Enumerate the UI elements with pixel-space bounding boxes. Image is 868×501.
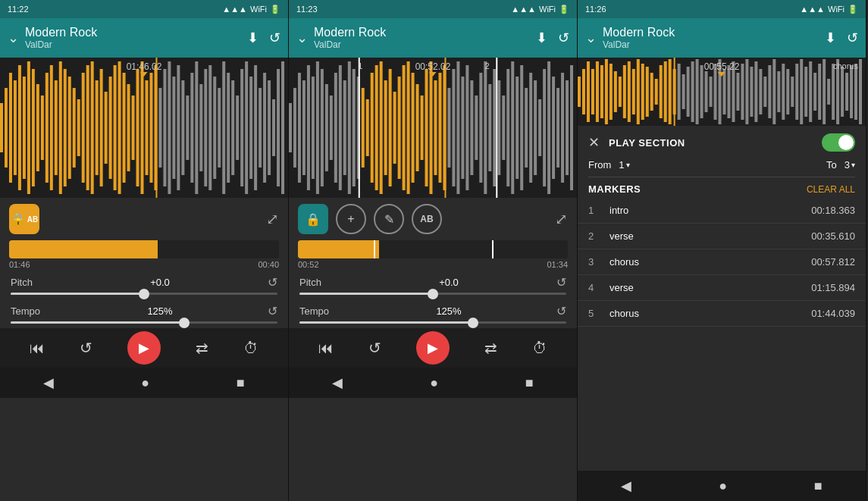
download-icon-3[interactable]: ⬇ <box>825 30 836 46</box>
mini-time-left-2: 00:52 <box>298 260 319 269</box>
lock-ab-button-1[interactable]: 🔒 AB <box>9 204 39 234</box>
mini-time-row-2: 00:52 01:34 <box>289 258 577 271</box>
svg-rect-138 <box>614 71 617 112</box>
wifi-icon-2: WiFi <box>539 5 556 14</box>
svg-rect-127 <box>570 65 573 190</box>
to-dropdown[interactable]: 3 ▾ <box>841 159 855 171</box>
chevron-down-icon-2[interactable]: ⌄ <box>296 30 308 46</box>
wifi-icon: WiFi <box>250 5 267 14</box>
skip-start-btn-1[interactable]: ⏮ <box>30 340 45 357</box>
svg-rect-61 <box>277 69 280 186</box>
timer-btn-2[interactable]: ⏱ <box>532 340 547 357</box>
svg-rect-45 <box>204 69 207 186</box>
tempo-slider-2[interactable] <box>299 321 566 324</box>
screen-1: 11:22 ▲▲▲ WiFi 🔋 ⌄ Modern Rock ValDar ⬇ … <box>0 0 289 501</box>
svg-rect-3 <box>14 80 17 175</box>
svg-rect-166 <box>741 64 744 120</box>
svg-rect-92 <box>416 84 419 171</box>
fullscreen-icon-1[interactable]: ⤢ <box>266 210 279 228</box>
mini-time-right-1: 00:40 <box>258 260 279 269</box>
nav-home-1[interactable]: ● <box>141 375 149 391</box>
fullscreen-icon-2[interactable]: ⤢ <box>555 210 568 228</box>
pitch-reset-2[interactable]: ↺ <box>556 275 566 290</box>
list-item[interactable]: 2 verse 00:35.610 <box>578 224 866 249</box>
pitch-thumb-1[interactable] <box>139 289 149 299</box>
rewind-btn-2[interactable]: ↺ <box>368 339 381 357</box>
status-icons-3: ▲▲▲ WiFi 🔋 <box>800 5 858 14</box>
history-icon-1[interactable]: ↺ <box>269 30 280 46</box>
play-btn-1[interactable]: ▶ <box>127 331 161 365</box>
skip-start-btn-2[interactable]: ⏮ <box>318 340 334 357</box>
list-item[interactable]: 5 chorus 01:44.039 <box>578 301 866 327</box>
waveform-1[interactable]: 01:46.02 <box>0 58 288 198</box>
nav-recents-3[interactable]: ■ <box>814 478 823 494</box>
svg-rect-23 <box>105 92 108 164</box>
svg-rect-36 <box>163 69 166 186</box>
tempo-slider-1[interactable] <box>11 321 277 324</box>
tempo-reset-2[interactable]: ↺ <box>556 304 566 318</box>
tempo-reset-1[interactable]: ↺ <box>268 304 277 318</box>
rewind-btn-1[interactable]: ↺ <box>80 339 92 357</box>
waveform-3[interactable]: 00:55.22 chorus <box>578 58 866 126</box>
pitch-reset-1[interactable]: ↺ <box>268 275 277 290</box>
list-item[interactable]: 3 chorus 00:57.812 <box>578 249 866 275</box>
svg-rect-135 <box>600 65 603 118</box>
song-artist-1: ValDar <box>25 39 241 50</box>
tempo-thumb-1[interactable] <box>179 318 190 328</box>
status-bar-3: 11:26 ▲▲▲ WiFi 🔋 <box>578 0 866 18</box>
nav-recents-2[interactable]: ■ <box>525 375 534 391</box>
svg-rect-80 <box>362 88 365 168</box>
history-icon-2[interactable]: ↺ <box>558 30 569 46</box>
svg-rect-85 <box>384 80 387 175</box>
from-dropdown[interactable]: 1 ▾ <box>616 159 629 171</box>
add-marker-btn[interactable]: + <box>336 204 366 234</box>
clear-all-button[interactable]: CLEAR ALL <box>807 184 855 195</box>
song-artist-2: ValDar <box>314 39 530 50</box>
pitch-slider-2[interactable] <box>299 293 566 295</box>
svg-rect-140 <box>623 65 626 118</box>
chevron-down-icon-3[interactable]: ⌄ <box>585 30 597 46</box>
ab-btn-2[interactable]: AB <box>412 204 442 234</box>
svg-rect-32 <box>145 80 148 175</box>
tempo-thumb-2[interactable] <box>468 318 478 328</box>
lock-icon-2: 🔒 <box>306 212 321 227</box>
nav-home-3[interactable]: ● <box>719 478 727 494</box>
play-section-toggle[interactable] <box>822 133 855 152</box>
pitch-thumb-2[interactable] <box>428 289 438 299</box>
nav-back-1[interactable]: ◀ <box>43 374 54 391</box>
nav-back-2[interactable]: ◀ <box>332 374 343 391</box>
pitch-slider-1[interactable] <box>11 293 277 295</box>
loop-btn-2[interactable]: ⇄ <box>484 339 497 357</box>
timer-btn-1[interactable]: ⏱ <box>243 340 259 357</box>
svg-rect-137 <box>609 64 613 120</box>
download-icon-2[interactable]: ⬇ <box>536 30 547 46</box>
svg-rect-118 <box>529 73 532 183</box>
close-button[interactable]: ✕ <box>588 134 600 151</box>
list-item[interactable]: 1 intro 00:18.363 <box>578 198 866 224</box>
svg-rect-174 <box>777 71 780 112</box>
svg-rect-181 <box>809 61 812 122</box>
svg-rect-105 <box>475 96 478 160</box>
play-btn-2[interactable]: ▶ <box>416 331 450 365</box>
loop-btn-1[interactable]: ⇄ <box>196 339 208 357</box>
nav-recents-1[interactable]: ■ <box>237 375 245 391</box>
nav-home-2[interactable]: ● <box>430 375 438 391</box>
mini-waveform-1[interactable] <box>9 240 279 258</box>
nav-back-3[interactable]: ◀ <box>621 478 631 494</box>
svg-rect-60 <box>272 99 275 156</box>
svg-rect-143 <box>637 59 640 124</box>
svg-rect-157 <box>700 65 703 118</box>
svg-rect-115 <box>515 77 519 179</box>
download-icon-1[interactable]: ⬇ <box>247 30 259 46</box>
mini-waveform-2[interactable] <box>298 240 568 258</box>
svg-rect-20 <box>91 61 94 194</box>
lock-btn-2[interactable]: 🔒 <box>298 204 328 234</box>
list-item[interactable]: 4 verse 01:15.894 <box>578 275 866 301</box>
svg-rect-95 <box>430 61 433 194</box>
chevron-down-icon[interactable]: ⌄ <box>8 30 19 46</box>
edit-btn[interactable]: ✎ <box>374 204 404 234</box>
history-icon-3[interactable]: ↺ <box>847 30 858 46</box>
svg-rect-185 <box>827 79 830 105</box>
svg-rect-71 <box>321 69 324 186</box>
waveform-2[interactable]: 1 00:52.02 2 <box>289 58 577 198</box>
